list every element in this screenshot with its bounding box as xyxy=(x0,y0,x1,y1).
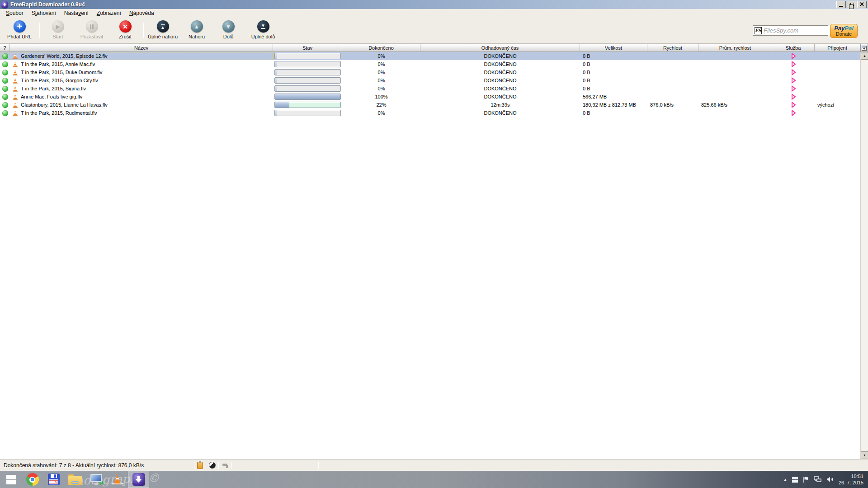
connection-cell xyxy=(815,52,860,60)
eta-cell: DOKONČENO xyxy=(420,52,580,60)
table-row[interactable]: Annie Mac, Foals live gig.flv100%DOKONČE… xyxy=(0,93,860,101)
clock-date: 26. 7. 2015 xyxy=(839,479,863,486)
menu-item-nastaveni[interactable]: Nastavení xyxy=(60,9,93,17)
column-header-rychlost[interactable]: Rychlost xyxy=(647,44,698,52)
progress-cell xyxy=(273,109,342,117)
connection-icon[interactable] xyxy=(222,462,229,469)
avg-speed-cell: 825,66 kB/s xyxy=(698,101,772,109)
column-header-nazev[interactable]: Název xyxy=(10,44,273,52)
toolbar-label: Úplně dolů xyxy=(251,34,275,39)
tray-flag-icon[interactable] xyxy=(803,476,809,483)
table-row[interactable]: T in the Park, 2015, Rudimental.flv0%DOK… xyxy=(0,109,860,117)
app-icon xyxy=(1,1,8,8)
column-chooser-button[interactable] xyxy=(860,44,868,52)
taskbar: Photography © 64 ⇄ ▲ xyxy=(0,471,868,488)
file-name: T in the Park, 2015, Sigma.flv xyxy=(21,86,86,91)
file-name-cell: T in the Park, 2015, Annie Mac.flv xyxy=(10,60,273,68)
taskbar-clock[interactable]: 10:51 26. 7. 2015 xyxy=(839,473,863,486)
start-button[interactable] xyxy=(0,471,22,488)
statusbar-separator xyxy=(318,462,319,469)
service-cell xyxy=(772,60,815,68)
speed-cell xyxy=(647,52,698,60)
taskbar-explorer-button[interactable] xyxy=(64,471,85,488)
scroll-down-button[interactable]: ▼ xyxy=(861,451,868,459)
column-header-odhadovany-cas[interactable]: Odhadovaný čas xyxy=(420,44,580,52)
tray-expand-icon[interactable]: ▲ xyxy=(783,478,787,482)
toolbar-button-top[interactable]: ▲ Úplně nahoru xyxy=(144,17,182,39)
paypal-donate-button[interactable]: PayPal Donate xyxy=(830,24,858,38)
move-to-bottom-icon: ▼ xyxy=(257,20,269,33)
toolbar-button-up[interactable]: ▲ Nahoru xyxy=(182,17,212,39)
table-row[interactable]: T in the Park, 2015, Annie Mac.flv0%DOKO… xyxy=(0,60,860,68)
eta-cell: 12m:39s xyxy=(420,101,580,109)
close-button[interactable]: ✕ xyxy=(857,1,867,8)
donate-label: Donate xyxy=(836,31,852,37)
table-row[interactable]: Gardeners' World, 2015, Episode 12.flv0%… xyxy=(0,52,860,60)
menu-item-napoveda[interactable]: Nápověda xyxy=(125,9,158,17)
status-orb-icon xyxy=(2,61,8,67)
app-window: FreeRapid Downloader 0.9u4 ✕ SouborStaho… xyxy=(0,0,868,471)
toolbar-button-bottom[interactable]: ▼ Úplně dolů xyxy=(245,17,281,39)
row-flag-cell xyxy=(0,52,10,60)
table-row[interactable]: T in the Park, 2015, Sigma.flv0%DOKONČEN… xyxy=(0,84,860,93)
column-header-stav[interactable]: Stav xyxy=(273,44,342,52)
taskbar-floppy-app-button[interactable]: 64 xyxy=(43,471,64,488)
progress-cell xyxy=(273,52,342,60)
taskbar-vlc-button[interactable] xyxy=(107,471,128,488)
toolbar-separator xyxy=(39,23,40,38)
table-row[interactable]: T in the Park, 2015, Gorgon City.flv0%DO… xyxy=(0,76,860,84)
toolbar-label: Úplně nahoru xyxy=(148,34,178,39)
sound-toggle-icon[interactable] xyxy=(209,462,216,469)
menu-item-soubor[interactable]: Soubor xyxy=(2,9,28,17)
close-icon: ✕ xyxy=(859,2,864,7)
toolbar-button-pause[interactable]: Pozastavit xyxy=(74,17,109,39)
column-header-velikost[interactable]: Velikost xyxy=(580,44,647,52)
taskbar-freerapid-button[interactable] xyxy=(128,471,149,488)
toolbar-button-cancel[interactable]: ✕ Zrušit xyxy=(109,17,141,39)
table-row[interactable]: T in the Park, 2015, Duke Dumont.flv0%DO… xyxy=(0,68,860,76)
avg-speed-cell xyxy=(698,93,772,101)
cancel-icon: ✕ xyxy=(119,20,132,33)
file-name: Gardeners' World, 2015, Episode 12.flv xyxy=(21,53,107,59)
file-type-icon xyxy=(12,94,18,100)
toolbar-button-add-url[interactable]: + Přidat URL xyxy=(4,17,35,39)
tray-volume-icon[interactable] xyxy=(826,476,834,483)
remote-desktop-icon: ⇄ xyxy=(90,474,103,485)
table-body: Gardeners' World, 2015, Episode 12.flv0%… xyxy=(0,52,860,117)
statusbar-separator xyxy=(218,462,219,469)
scroll-up-button[interactable]: ▲ xyxy=(861,52,868,60)
tray-network-icon[interactable] xyxy=(814,476,821,483)
file-name: T in the Park, 2015, Rudimental.flv xyxy=(21,110,97,116)
tray-windows-icon[interactable] xyxy=(792,477,798,483)
column-header--[interactable]: ? xyxy=(0,44,10,52)
row-flag-cell xyxy=(0,60,10,68)
progress-cell xyxy=(273,60,342,68)
menu-item-zobrazeni[interactable]: Zobrazení xyxy=(93,9,125,17)
add-url-icon: + xyxy=(14,20,26,33)
minimize-button[interactable] xyxy=(836,1,846,8)
table-row[interactable]: Glastonbury, 2015, Lianne La Havas.flv22… xyxy=(0,101,860,109)
progress-fill xyxy=(275,102,289,108)
clipboard-monitor-icon[interactable] xyxy=(197,462,203,469)
menu-item-stahovani[interactable]: Stahování xyxy=(28,9,60,17)
vertical-scrollbar[interactable]: ▲ ▼ xyxy=(860,52,868,459)
column-header-dokonceno[interactable]: Dokončeno xyxy=(342,44,420,52)
status-orb-icon xyxy=(2,53,8,59)
toolbar-button-start[interactable]: ▶ Start xyxy=(42,17,74,39)
toolbar-button-down[interactable]: ▼ Dolů xyxy=(212,17,245,39)
completed-cell: 22% xyxy=(342,101,420,109)
floppy-disk-icon: 64 xyxy=(48,474,60,485)
progress-bar xyxy=(274,69,341,75)
status-orb-icon xyxy=(2,110,8,116)
column-header-sluzba[interactable]: Služba xyxy=(772,44,815,52)
column-header-prum-rychlost[interactable]: Prům. rychlost xyxy=(698,44,772,52)
restore-button[interactable] xyxy=(847,1,856,8)
column-header-pripojeni[interactable]: Připojení xyxy=(815,44,860,52)
service-cell xyxy=(772,93,815,101)
progress-fill xyxy=(275,70,277,75)
size-cell: 0 B xyxy=(580,68,647,76)
menu-bar: SouborStahováníNastaveníZobrazeníNápověd… xyxy=(0,9,868,17)
speed-cell xyxy=(647,84,698,93)
taskbar-remote-desktop-button[interactable]: ⇄ xyxy=(85,471,107,488)
taskbar-chrome-button[interactable] xyxy=(22,471,43,488)
